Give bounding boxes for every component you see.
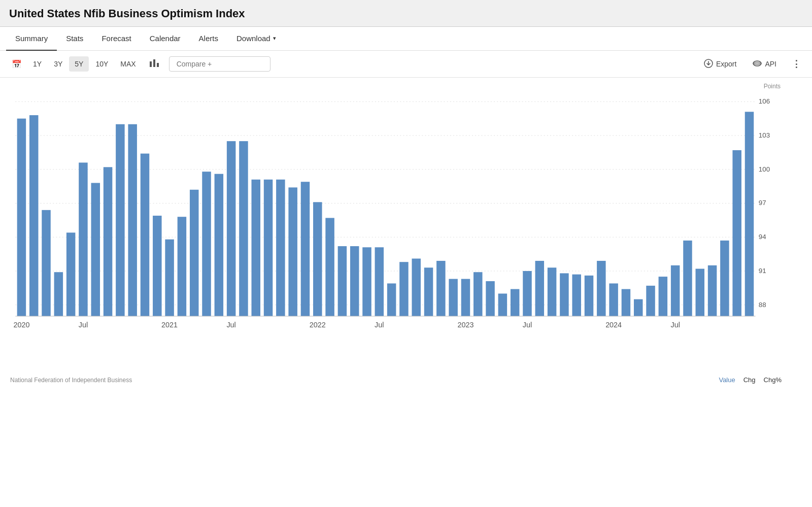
bar-39[interactable] <box>498 294 507 317</box>
svg-text:88: 88 <box>759 301 766 309</box>
bar-31[interactable] <box>399 262 409 316</box>
svg-text:97: 97 <box>759 199 766 207</box>
bar-9[interactable] <box>128 124 137 316</box>
bar-4[interactable] <box>66 232 76 316</box>
chart-container: Points 889194971001031062020Jul2021Jul20… <box>0 78 812 372</box>
time-range-max[interactable]: MAX <box>115 56 141 72</box>
toolbar-right: Export API ⋮ <box>699 55 805 73</box>
export-button[interactable]: Export <box>699 56 741 73</box>
bar-45[interactable] <box>572 275 581 316</box>
time-range-1y[interactable]: 1Y <box>27 56 47 72</box>
bar-11[interactable] <box>153 216 162 316</box>
bar-28[interactable] <box>362 247 371 316</box>
bar-21[interactable] <box>276 180 285 316</box>
bar-52[interactable] <box>659 277 668 316</box>
tab-stats[interactable]: Stats <box>57 27 92 51</box>
bar-47[interactable] <box>597 261 606 316</box>
bar-25[interactable] <box>325 218 334 316</box>
bar-32[interactable] <box>412 259 421 316</box>
bar-51[interactable] <box>646 286 655 316</box>
bar-37[interactable] <box>473 272 483 316</box>
bar-46[interactable] <box>585 276 594 316</box>
bar-33[interactable] <box>424 267 433 316</box>
bar-14[interactable] <box>190 190 199 316</box>
calendar-icon-button[interactable]: 📅 <box>7 56 26 73</box>
footer-row: National Federation of Independent Busin… <box>0 372 812 388</box>
more-options-button[interactable]: ⋮ <box>788 55 805 73</box>
tab-summary[interactable]: Summary <box>6 27 57 51</box>
bar-34[interactable] <box>436 261 446 316</box>
api-label: API <box>765 60 776 68</box>
bar-49[interactable] <box>622 289 631 316</box>
bar-2[interactable] <box>42 210 51 316</box>
bar-22[interactable] <box>288 187 297 316</box>
svg-text:2020: 2020 <box>13 321 29 329</box>
bar-27[interactable] <box>350 246 359 316</box>
bar-58[interactable] <box>732 150 741 316</box>
bar-38[interactable] <box>486 281 495 316</box>
svg-text:103: 103 <box>759 131 770 139</box>
export-label: Export <box>716 60 736 68</box>
bar-10[interactable] <box>141 154 150 316</box>
bar-15[interactable] <box>202 172 211 316</box>
bar-36[interactable] <box>461 279 470 316</box>
bar-16[interactable] <box>215 174 224 316</box>
bar-24[interactable] <box>313 202 322 316</box>
svg-text:Jul: Jul <box>226 321 235 329</box>
bar-19[interactable] <box>251 180 260 316</box>
chart-area: 889194971001031062020Jul2021Jul2022Jul20… <box>10 83 782 347</box>
chart-type-button[interactable] <box>145 55 164 73</box>
bar-26[interactable] <box>338 246 347 316</box>
bar-chart-icon <box>149 60 159 69</box>
tab-forecast[interactable]: Forecast <box>92 27 140 51</box>
time-range-5y[interactable]: 5Y <box>69 56 89 72</box>
bar-56[interactable] <box>708 265 717 316</box>
bar-57[interactable] <box>720 241 729 316</box>
bar-0[interactable] <box>17 119 26 316</box>
tab-calendar[interactable]: Calendar <box>141 27 190 51</box>
bar-59[interactable] <box>745 112 754 316</box>
svg-text:2022: 2022 <box>310 321 326 329</box>
bar-50[interactable] <box>634 299 643 316</box>
bar-30[interactable] <box>387 283 396 316</box>
bar-42[interactable] <box>535 261 545 316</box>
bar-6[interactable] <box>91 183 100 316</box>
source-label: National Federation of Independent Busin… <box>10 377 132 384</box>
time-range-3y[interactable]: 3Y <box>48 56 68 72</box>
svg-text:Jul: Jul <box>523 321 532 329</box>
bar-5[interactable] <box>79 162 88 316</box>
api-button[interactable]: API <box>748 56 782 73</box>
bar-23[interactable] <box>301 182 310 316</box>
toolbar-left: 📅 1Y 3Y 5Y 10Y MAX <box>7 55 697 73</box>
bar-43[interactable] <box>548 267 557 316</box>
tab-download[interactable]: Download ▾ <box>227 27 285 51</box>
bar-12[interactable] <box>165 240 174 316</box>
tab-alerts[interactable]: Alerts <box>190 27 227 51</box>
bar-1[interactable] <box>29 115 39 316</box>
bar-54[interactable] <box>683 241 692 316</box>
bar-41[interactable] <box>523 271 532 316</box>
svg-text:100: 100 <box>759 165 770 173</box>
bar-3[interactable] <box>54 272 63 316</box>
bar-18[interactable] <box>239 141 248 316</box>
svg-text:2023: 2023 <box>457 321 473 329</box>
bar-8[interactable] <box>116 124 125 316</box>
svg-rect-2 <box>157 63 159 67</box>
svg-text:2024: 2024 <box>605 321 622 329</box>
bar-29[interactable] <box>375 247 384 316</box>
bar-35[interactable] <box>449 279 458 316</box>
bar-17[interactable] <box>227 141 236 316</box>
bar-40[interactable] <box>511 289 520 316</box>
bar-48[interactable] <box>609 283 618 316</box>
bar-53[interactable] <box>671 265 680 316</box>
bar-7[interactable] <box>104 167 113 316</box>
time-range-10y[interactable]: 10Y <box>90 56 114 72</box>
bar-44[interactable] <box>560 273 569 316</box>
export-icon <box>704 59 713 70</box>
compare-input[interactable] <box>169 56 270 72</box>
bar-20[interactable] <box>264 180 273 316</box>
bar-55[interactable] <box>696 269 705 316</box>
legend: Value Chg Chg% <box>719 376 782 384</box>
bar-13[interactable] <box>178 217 187 316</box>
svg-text:2021: 2021 <box>161 321 178 329</box>
